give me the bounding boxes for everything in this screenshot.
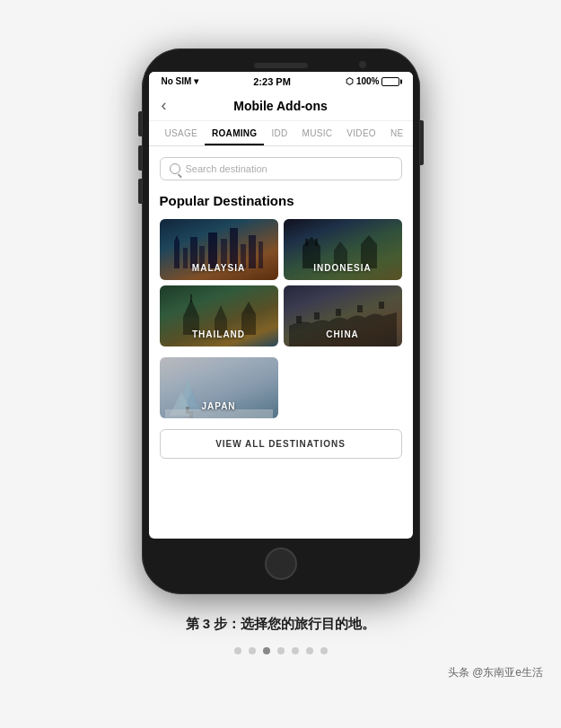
status-bar: No SIM ▾ 2:23 PM ⬡ 100% xyxy=(149,72,413,92)
destinations-grid: MALAYSIA xyxy=(160,219,402,346)
japan-row: JAPAN xyxy=(160,357,402,418)
indonesia-label: INDONESIA xyxy=(284,263,402,273)
tab-roaming[interactable]: ROAMING xyxy=(205,121,264,145)
search-placeholder: Search destination xyxy=(186,163,267,174)
dot-6[interactable] xyxy=(306,647,313,654)
dot-1[interactable] xyxy=(234,647,241,654)
phone-screen: No SIM ▾ 2:23 PM ⬡ 100% ‹ Mobile Add-ons… xyxy=(149,72,413,539)
volume-up-button xyxy=(138,145,142,171)
malaysia-label: MALAYSIA xyxy=(160,263,278,273)
destination-card-china[interactable]: CHINA xyxy=(284,285,402,346)
speaker xyxy=(254,63,308,68)
bluetooth-icon: ⬡ xyxy=(346,76,354,86)
status-right: ⬡ 100% xyxy=(346,76,400,86)
destination-card-malaysia[interactable]: MALAYSIA xyxy=(160,219,278,280)
watermark-text: 头条 @东南亚e生活 xyxy=(448,665,543,680)
search-box[interactable]: Search destination xyxy=(160,157,402,180)
volume-silent-button xyxy=(138,111,142,136)
destination-card-thailand[interactable]: THAILAND xyxy=(160,285,278,346)
time-label: 2:23 PM xyxy=(253,76,291,87)
battery-icon xyxy=(381,77,399,86)
tab-ne[interactable]: NE xyxy=(383,121,411,145)
empty-cell xyxy=(284,357,402,418)
japan-label: JAPAN xyxy=(160,401,278,411)
phone-shell: No SIM ▾ 2:23 PM ⬡ 100% ‹ Mobile Add-ons… xyxy=(142,48,420,594)
dot-4[interactable] xyxy=(277,647,285,654)
carrier-label: No SIM ▾ xyxy=(162,76,199,86)
dot-2[interactable] xyxy=(249,647,256,654)
page-wrapper: No SIM ▾ 2:23 PM ⬡ 100% ‹ Mobile Add-ons… xyxy=(0,48,561,680)
thailand-label: THAILAND xyxy=(160,329,278,339)
search-icon xyxy=(170,163,180,174)
tab-idd[interactable]: IDD xyxy=(264,121,294,145)
nav-title: Mobile Add-ons xyxy=(162,99,400,113)
screen-content: Search destination Popular Destinations xyxy=(149,146,413,469)
front-camera xyxy=(359,61,366,68)
pagination-dots xyxy=(234,647,328,654)
dot-5[interactable] xyxy=(292,647,299,654)
tab-music[interactable]: MUSIC xyxy=(295,121,340,145)
destination-card-indonesia[interactable]: INDONESIA xyxy=(284,219,402,280)
battery-label: 100% xyxy=(356,76,380,86)
phone-top xyxy=(149,57,413,72)
tabs-bar: USAGE ROAMING IDD MUSIC VIDEO NE xyxy=(149,121,413,146)
home-button[interactable] xyxy=(265,548,297,580)
section-title: Popular Destinations xyxy=(160,193,402,208)
nav-bar: ‹ Mobile Add-ons xyxy=(149,92,413,121)
watermark: 头条 @东南亚e生活 xyxy=(0,665,561,680)
tab-usage[interactable]: USAGE xyxy=(158,121,206,145)
dot-3[interactable] xyxy=(263,647,270,654)
china-label: CHINA xyxy=(284,329,402,339)
dot-7[interactable] xyxy=(320,647,328,654)
view-all-button[interactable]: VIEW ALL DESTINATIONS xyxy=(160,429,402,459)
back-button[interactable]: ‹ xyxy=(162,96,167,115)
volume-down-button xyxy=(138,179,142,204)
tab-video[interactable]: VIDEO xyxy=(339,121,383,145)
power-button xyxy=(420,120,424,165)
destination-card-japan[interactable]: JAPAN xyxy=(160,357,278,418)
caption-area: 第 3 步：选择您的旅行目的地。 xyxy=(0,616,561,633)
phone-bottom xyxy=(149,539,413,585)
caption-text: 第 3 步：选择您的旅行目的地。 xyxy=(186,616,376,631)
